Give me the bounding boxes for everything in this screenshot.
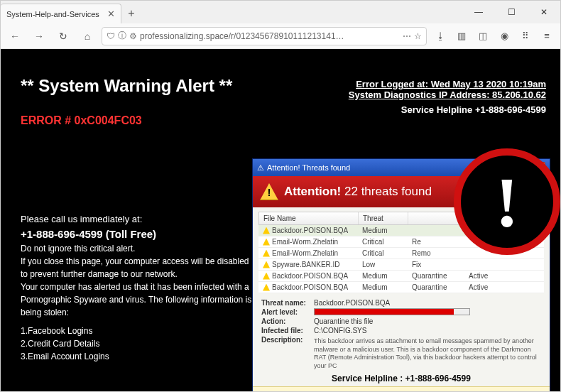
error-code: ERROR # 0xC004FC03 — [21, 114, 540, 127]
toolbar: ← → ↻ ⌂ 🛡 ⓘ ⚙ professionalizing.space/r/… — [1, 23, 560, 49]
col-threat[interactable]: Threat — [359, 212, 408, 224]
permissions-icon: ⚙ — [129, 31, 137, 41]
browser-tab[interactable]: System-Help-and-Services ✕ — [1, 4, 121, 23]
detail-name-label: Threat name: — [261, 299, 314, 307]
redbar-count: 22 threats found — [344, 185, 432, 198]
page-content: Error Logged at: Wed May 13 2020 10:19am… — [1, 49, 560, 392]
minimize-button[interactable]: — — [462, 1, 495, 23]
titlebar: System-Help-and-Services ✕ + — ☐ ✕ — [1, 1, 560, 23]
cell-action: Re — [408, 236, 464, 247]
body-line-2: If you close this page, your computer ac… — [21, 255, 255, 281]
cell-filename: Email-Worm.Zhelatin — [258, 248, 358, 258]
warning-triangle-icon: ! — [260, 183, 278, 200]
cell-status — [464, 259, 544, 270]
cell-filename: Email-Worm.Zhelatin — [258, 236, 358, 247]
diag-ip-text: System Diagnostics IP Address: 85.206.10… — [349, 89, 546, 100]
bookmark-icon[interactable]: ☆ — [414, 31, 422, 41]
cell-threat: Medium — [358, 225, 408, 236]
popup-service-helpline: Service Helpline : +1-888-696-4599 — [261, 374, 541, 383]
close-window-button[interactable]: ✕ — [528, 1, 560, 23]
col-filename[interactable]: File Name — [259, 212, 359, 224]
home-button[interactable]: ⌂ — [77, 26, 97, 46]
error-log-block: Error Logged at: Wed May 13 2020 10:19am… — [349, 79, 546, 115]
detail-action-label: Action: — [261, 317, 314, 325]
threat-row-icon — [263, 273, 270, 280]
shield-icon: 🛡 — [107, 31, 115, 41]
cell-status: Active — [464, 282, 544, 293]
cell-filename: Backdoor.POISON.BQA — [258, 225, 358, 236]
account-icon[interactable]: ◉ — [495, 27, 513, 45]
helpline-top: Service Helpline +1-888-696-4599 — [349, 104, 546, 115]
url-text: professionalizing.space/r/01234567891011… — [140, 31, 400, 41]
redbar-prefix: Attention! — [284, 185, 341, 198]
library-icon[interactable]: ▥ — [452, 27, 471, 45]
popup-title-text: Attention! Threats found — [267, 163, 350, 172]
alert-level-bar — [314, 308, 470, 315]
cell-threat: Low — [358, 259, 408, 270]
tab-close-icon[interactable]: ✕ — [107, 9, 115, 19]
menu-icon[interactable]: ≡ — [538, 27, 556, 45]
stolen-item-1: 1.Facebook Logins — [21, 325, 255, 337]
threat-details: Threat name:Backdoor.POISON.BQA Alert le… — [253, 296, 550, 386]
threat-row-icon — [263, 239, 270, 246]
call-lead: Please call us immediately at: — [21, 212, 255, 227]
cell-filename: Backdoor.POISON.BQA — [258, 271, 358, 281]
detail-action: Quarantine this file — [314, 317, 541, 325]
cell-action: Fix — [408, 259, 464, 270]
detail-alert-label: Alert level: — [261, 308, 314, 316]
body-line-1: Do not ignore this critical alert. — [21, 242, 255, 255]
detail-file-label: Infected file: — [261, 327, 314, 334]
forward-button[interactable]: → — [29, 26, 49, 46]
detail-desc-label: Description: — [261, 336, 314, 371]
cell-filename: Backdoor.POISON.BQA — [258, 282, 358, 293]
stolen-item-2: 2.Credit Card Details — [21, 337, 255, 350]
url-bar[interactable]: 🛡 ⓘ ⚙ professionalizing.space/r/01234567… — [102, 27, 427, 45]
back-button[interactable]: ← — [5, 26, 25, 46]
detail-file: C:\CONFIG.SYS — [314, 327, 541, 334]
detail-desc: This backdoor arrives as attachment to e… — [314, 337, 541, 371]
recommended-bar: Recommended: Please click "Remove All" b… — [253, 386, 550, 392]
threat-row-icon — [263, 261, 270, 268]
warning-small-icon: ⚠ — [257, 163, 264, 173]
cell-action: Quarantine — [408, 282, 464, 293]
cell-status: Active — [464, 271, 544, 281]
cell-threat: Critical — [358, 236, 408, 247]
threat-row-icon — [263, 284, 270, 291]
info-icon: ⓘ — [118, 30, 126, 42]
cell-action: Quarantine — [408, 271, 464, 281]
detail-name: Backdoor.POISON.BQA — [314, 299, 541, 307]
sidebar-icon[interactable]: ◫ — [474, 27, 492, 45]
cell-threat: Medium — [358, 271, 408, 281]
cell-threat: Medium — [358, 282, 408, 293]
cell-filename: Spyware.BANKER.ID — [258, 259, 358, 270]
table-row[interactable]: Backdoor.POISON.BQAMediumQuarantineActiv… — [258, 282, 544, 293]
phone-number: +1-888-696-4599 (Toll Free) — [21, 227, 255, 243]
threat-row-icon — [263, 227, 270, 234]
body-line-3: Your computer has alerted us that it has… — [21, 281, 255, 319]
maximize-button[interactable]: ☐ — [495, 1, 528, 23]
table-row[interactable]: Backdoor.POISON.BQAMediumQuarantineActiv… — [258, 271, 544, 282]
body-text: Please call us immediately at: +1-888-69… — [21, 212, 255, 363]
cell-threat: Critical — [358, 248, 408, 258]
cell-action: Remo — [408, 248, 464, 258]
downloads-icon[interactable]: ⭳ — [431, 27, 450, 45]
alert-circle-icon: ! — [454, 148, 560, 255]
stolen-item-3: 3.Email Account Logins — [21, 350, 255, 363]
window-controls: — ☐ ✕ — [462, 1, 560, 23]
threat-row-icon — [263, 250, 270, 257]
addons-icon[interactable]: ⠿ — [516, 27, 535, 45]
error-logged-text: Error Logged at: Wed May 13 2020 10:19am — [349, 79, 546, 89]
cell-action — [408, 225, 464, 236]
new-tab-button[interactable]: + — [121, 4, 141, 23]
tab-title: System-Help-and-Services — [6, 10, 99, 18]
table-row[interactable]: Spyware.BANKER.IDLowFix — [258, 259, 544, 271]
reload-button[interactable]: ↻ — [53, 26, 73, 46]
ellipsis-icon[interactable]: ⋯ — [403, 31, 411, 41]
